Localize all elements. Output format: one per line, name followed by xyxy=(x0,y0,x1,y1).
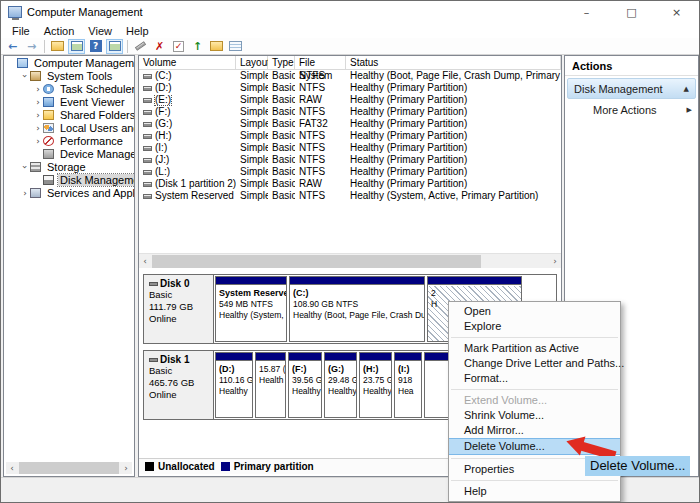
maximize-button[interactable]: □ xyxy=(609,1,654,23)
table-row[interactable]: (J:)SimpleBasicNTFSHealthy (Primary Part… xyxy=(139,154,561,166)
sidebar-item-computer-management-local[interactable]: Computer Management (Local xyxy=(4,56,134,69)
tree-horizontal-scrollbar[interactable]: ‹ › xyxy=(6,462,132,474)
partition-cell[interactable]: 15.87 (Health xyxy=(255,352,286,418)
column-header-type[interactable]: Type xyxy=(268,56,295,70)
properties-icon[interactable] xyxy=(227,39,244,54)
sidebar-item-storage[interactable]: ›Storage xyxy=(4,160,134,173)
partition-cell-systemreserve[interactable]: System Reserve549 MB NTFSHealthy (System… xyxy=(215,276,287,342)
volume-icon xyxy=(143,110,152,115)
disk-status: Online xyxy=(149,313,213,325)
scroll-right-icon[interactable]: › xyxy=(120,463,132,473)
scroll-left-icon[interactable]: ‹ xyxy=(139,256,151,266)
minimize-button[interactable]: – xyxy=(564,1,609,23)
sidebar-item-event-viewer[interactable]: ›Event Viewer xyxy=(4,95,134,108)
table-row[interactable]: (Disk 1 partition 2)SimpleBasicRAWHealth… xyxy=(139,178,561,190)
tool-icon[interactable] xyxy=(132,39,149,54)
delete-volume-icon-glyph: ✗ xyxy=(155,40,164,53)
check-icon[interactable]: ✓ xyxy=(170,39,187,54)
tree-expander-icon[interactable]: › xyxy=(20,188,30,198)
storage-icon xyxy=(30,162,41,172)
delete-volume-icon[interactable]: ✗ xyxy=(151,39,168,54)
layout-cell: Simple xyxy=(236,106,268,118)
table-row[interactable]: System Reserved (K:)SimpleBasicNTFSHealt… xyxy=(139,190,561,202)
column-header-volume[interactable]: Volume xyxy=(139,56,236,70)
table-row[interactable]: (I:)SimpleBasicNTFSHealthy (Primary Part… xyxy=(139,142,561,154)
collapse-icon[interactable]: ▲ xyxy=(684,85,689,93)
sidebar-item-performance[interactable]: ›Performance xyxy=(4,134,134,147)
menu-item-change-drive-letter-and-paths[interactable]: Change Drive Letter and Paths... xyxy=(449,356,620,371)
menu-item-explore[interactable]: Explore xyxy=(449,319,620,334)
menu-item-open[interactable]: Open xyxy=(449,304,620,319)
help-icon-glyph: ? xyxy=(90,40,102,52)
status-cell: Healthy (Primary Partition) xyxy=(346,142,561,154)
column-header-file-system[interactable]: File System xyxy=(295,56,346,70)
type-cell: Basic xyxy=(268,106,295,118)
table-row[interactable]: (C:)SimpleBasicNTFSHealthy (Boot, Page F… xyxy=(139,70,561,82)
column-header-layout[interactable]: Layout xyxy=(236,56,268,70)
partition-type-bar xyxy=(256,353,285,361)
legend-label: Unallocated xyxy=(158,461,215,472)
tree-expander-icon[interactable]: › xyxy=(33,84,43,94)
table-row[interactable]: (D:)SimpleBasicNTFSHealthy (Primary Part… xyxy=(139,82,561,94)
table-row[interactable]: (L:)SimpleBasicNTFSHealthy (Primary Part… xyxy=(139,166,561,178)
partition-cell-i[interactable]: (I:)918Hea xyxy=(394,352,422,418)
menu-item-format[interactable]: Format... xyxy=(449,371,620,386)
partition-cell-g[interactable]: (G:)29.48 GHealthy xyxy=(324,352,357,418)
table-row[interactable]: (H:)SimpleBasicNTFSHealthy (Primary Part… xyxy=(139,130,561,142)
up-arrow-icon[interactable]: ↑ xyxy=(189,39,206,54)
sidebar-item-system-tools[interactable]: ›System Tools xyxy=(4,69,134,82)
tree-expander-icon[interactable]: › xyxy=(20,71,30,81)
console-tree-icon[interactable] xyxy=(68,39,85,54)
forward-icon-glyph: → xyxy=(27,40,36,53)
sidebar-item-disk-management[interactable]: Disk Management xyxy=(4,173,134,186)
scrollbar-thumb[interactable] xyxy=(19,462,119,474)
menu-help[interactable]: Help xyxy=(119,25,156,37)
partition-cell-d[interactable]: (D:)110.16 GHealthy xyxy=(215,352,253,418)
sidebar-item-device-manager[interactable]: Device Manager xyxy=(4,147,134,160)
action-pane-icon[interactable] xyxy=(106,39,123,54)
help-icon[interactable]: ? xyxy=(87,39,104,54)
menu-item-shrink-volume[interactable]: Shrink Volume... xyxy=(449,408,620,423)
table-row[interactable]: (G:)SimpleBasicFAT32Healthy (Primary Par… xyxy=(139,118,561,130)
actions-group-disk-management[interactable]: Disk Management ▲ xyxy=(567,78,696,99)
computer-management-window: Computer Management –□× FileActionViewHe… xyxy=(0,0,700,503)
menu-view[interactable]: View xyxy=(81,25,119,37)
scroll-left-icon[interactable]: ‹ xyxy=(6,463,18,473)
back-icon[interactable]: ← xyxy=(4,39,21,54)
column-header-status[interactable]: Status xyxy=(346,56,561,70)
more-actions-item[interactable]: More Actions ▶ xyxy=(565,101,698,119)
partition-cell-h[interactable]: (H:)23.75 GHealthy xyxy=(359,352,392,418)
volume-label: (J:) xyxy=(155,154,169,165)
sidebar-item-local-users-and-groups[interactable]: ›Local Users and Groups xyxy=(4,121,134,134)
tree-expander-icon[interactable]: › xyxy=(33,136,43,146)
sidebar-item-shared-folders[interactable]: ›Shared Folders xyxy=(4,108,134,121)
volume-list-horizontal-scrollbar[interactable]: ‹ › xyxy=(139,253,561,268)
close-button[interactable]: × xyxy=(654,1,699,23)
tree-expander-icon[interactable]: › xyxy=(20,162,30,172)
menu-separator xyxy=(451,480,618,481)
status-cell: Healthy (Primary Partition) xyxy=(346,106,561,118)
scrollbar-thumb[interactable] xyxy=(152,255,481,268)
sidebar-item-task-scheduler[interactable]: ›Task Scheduler xyxy=(4,82,134,95)
scroll-right-icon[interactable]: › xyxy=(549,256,561,266)
table-row[interactable]: (F:)SimpleBasicNTFSHealthy (Primary Part… xyxy=(139,106,561,118)
tree-expander-icon[interactable]: › xyxy=(33,97,43,107)
partition-status: Healthy xyxy=(219,386,252,397)
partition-cell-f[interactable]: (F:)39.56 GHealthy xyxy=(288,352,322,418)
menu-item-mark-partition-as-active[interactable]: Mark Partition as Active xyxy=(449,341,620,356)
partition-cell-c[interactable]: (C:)108.90 GB NTFSHealthy (Boot, Page Fi… xyxy=(289,276,425,342)
table-row[interactable]: (E:)SimpleBasicRAWHealthy (Primary Parti… xyxy=(139,94,561,106)
menu-item-add-mirror[interactable]: Add Mirror... xyxy=(449,423,620,438)
menu-action[interactable]: Action xyxy=(37,25,82,37)
disk-info-box[interactable]: Disk 0Basic111.79 GBOnline xyxy=(144,275,214,343)
disk-info-box[interactable]: Disk 1Basic465.76 GBOnline xyxy=(144,351,214,419)
export-folder-icon[interactable] xyxy=(49,39,66,54)
menu-item-help[interactable]: Help xyxy=(449,484,620,499)
forward-icon[interactable]: → xyxy=(23,39,40,54)
tree-expander-icon[interactable]: › xyxy=(33,123,43,133)
search-folder-icon[interactable] xyxy=(208,39,225,54)
sidebar-item-services-and-applications[interactable]: ›Services and Applications xyxy=(4,186,134,199)
title-bar[interactable]: Computer Management –□× xyxy=(1,1,699,23)
menu-file[interactable]: File xyxy=(5,25,37,37)
tree-expander-icon[interactable]: › xyxy=(33,110,43,120)
